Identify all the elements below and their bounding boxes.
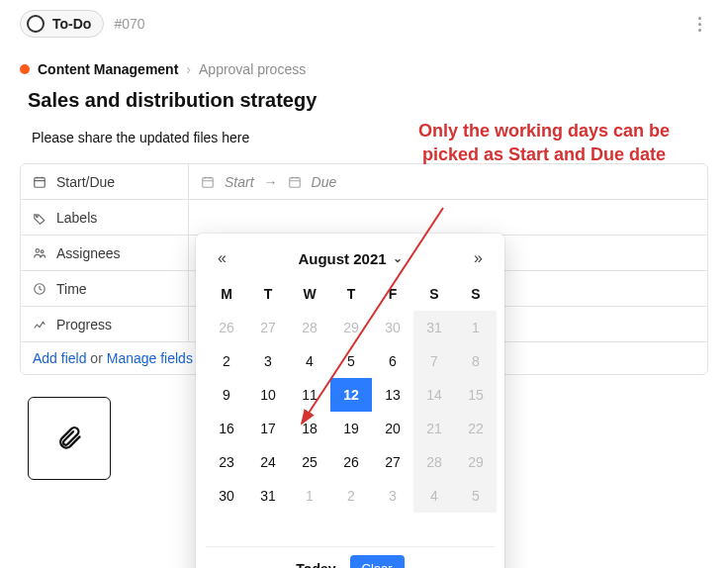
- svg-rect-0: [35, 177, 46, 187]
- day-cell-weekend: 1: [455, 311, 497, 344]
- day-cell[interactable]: 28: [289, 311, 330, 344]
- day-cell[interactable]: 10: [247, 378, 289, 412]
- day-cell[interactable]: 16: [206, 412, 247, 445]
- datepicker-month-select[interactable]: August 2021 ⌄: [298, 250, 402, 267]
- day-cell[interactable]: 29: [330, 311, 372, 344]
- calendar-icon: [288, 175, 302, 189]
- datepicker-grid: MTWTFSS 26272829303112345678910111213141…: [206, 277, 497, 513]
- day-cell-weekend: 21: [413, 412, 455, 445]
- day-cell-weekend: 28: [413, 445, 455, 479]
- day-cell[interactable]: 23: [206, 445, 247, 479]
- datepicker-next-button[interactable]: »: [468, 247, 489, 269]
- weekday-header: M: [206, 277, 247, 311]
- progress-icon: [33, 318, 46, 331]
- day-cell[interactable]: 2: [330, 479, 372, 513]
- field-label-labels: Labels: [56, 210, 97, 226]
- people-icon: [33, 246, 46, 260]
- datepicker-popup: « August 2021 ⌄ » MTWTFSS 26272829303112…: [196, 234, 504, 568]
- page-title[interactable]: Sales and distribution strategy: [0, 83, 728, 124]
- paperclip-icon: [55, 424, 83, 454]
- day-cell-weekend: 29: [455, 445, 497, 479]
- day-cell-weekend: 14: [413, 378, 455, 412]
- project-color-dot: [20, 64, 30, 74]
- day-cell[interactable]: 6: [372, 344, 413, 378]
- datepicker-today-button[interactable]: Today: [296, 561, 335, 569]
- svg-point-3: [37, 215, 39, 217]
- day-cell[interactable]: 31: [247, 479, 289, 513]
- day-cell[interactable]: 2: [206, 344, 247, 378]
- day-cell[interactable]: 30: [206, 479, 247, 513]
- day-cell[interactable]: 17: [247, 412, 289, 445]
- manage-fields-link[interactable]: Manage fields: [107, 350, 193, 366]
- annotation-weekday-highlight: [206, 513, 412, 542]
- day-cell[interactable]: 26: [206, 311, 247, 344]
- day-cell[interactable]: 3: [372, 479, 413, 513]
- clock-icon: [33, 282, 46, 296]
- status-label: To-Do: [52, 16, 91, 32]
- day-cell[interactable]: 24: [247, 445, 289, 479]
- breadcrumb: Content Management › Approval process: [0, 44, 728, 83]
- weekday-header: W: [289, 277, 330, 311]
- day-cell-weekend: 5: [455, 479, 497, 513]
- day-cell[interactable]: 19: [330, 412, 372, 445]
- labels-value[interactable]: [189, 200, 707, 235]
- day-cell[interactable]: 13: [372, 378, 413, 412]
- weekday-header: S: [413, 277, 455, 311]
- tag-icon: [33, 211, 46, 225]
- day-cell[interactable]: 11: [289, 378, 330, 412]
- field-label-start-due: Start/Due: [56, 174, 115, 190]
- breadcrumb-project[interactable]: Content Management: [38, 61, 178, 77]
- arrow-right-icon: →: [264, 174, 278, 190]
- day-cell-weekend: 7: [413, 344, 455, 378]
- more-menu-button[interactable]: [690, 13, 708, 36]
- day-cell[interactable]: 27: [247, 311, 289, 344]
- breadcrumb-state[interactable]: Approval process: [199, 61, 306, 77]
- day-cell[interactable]: 1: [289, 479, 330, 513]
- start-placeholder: Start: [225, 174, 254, 190]
- weekday-header: T: [330, 277, 372, 311]
- day-cell[interactable]: 12: [330, 378, 372, 412]
- or-text: or: [86, 350, 106, 366]
- weekday-header: S: [455, 277, 497, 311]
- field-label-time: Time: [56, 281, 87, 297]
- field-row-start-due: Start/Due Start → Due: [21, 164, 707, 200]
- datepicker-month-label: August 2021: [298, 250, 386, 267]
- calendar-icon: [201, 175, 215, 189]
- due-placeholder: Due: [312, 174, 337, 190]
- day-cell[interactable]: 5: [330, 344, 372, 378]
- day-cell[interactable]: 30: [372, 311, 413, 344]
- day-cell-weekend: 8: [455, 344, 497, 378]
- chevron-down-icon: ⌄: [393, 251, 403, 265]
- svg-point-4: [36, 248, 40, 252]
- weekday-header: F: [372, 277, 413, 311]
- svg-point-5: [41, 249, 44, 252]
- day-cell-weekend: 22: [455, 412, 497, 445]
- datepicker-prev-button[interactable]: «: [212, 247, 232, 269]
- weekday-header: T: [247, 277, 289, 311]
- day-cell[interactable]: 20: [372, 412, 413, 445]
- day-cell[interactable]: 27: [372, 445, 413, 479]
- start-due-value[interactable]: Start → Due: [189, 164, 707, 199]
- day-cell[interactable]: 9: [206, 378, 247, 412]
- field-row-labels: Labels: [21, 200, 707, 236]
- datepicker-clear-button[interactable]: Clear: [350, 555, 405, 568]
- annotation-text: Only the working days can be picked as S…: [396, 119, 692, 167]
- add-field-link[interactable]: Add field: [33, 350, 86, 366]
- day-cell[interactable]: 4: [289, 344, 330, 378]
- day-cell-weekend: 4: [413, 479, 455, 513]
- svg-rect-2: [289, 177, 300, 187]
- day-cell[interactable]: 3: [247, 344, 289, 378]
- field-label-assignees: Assignees: [56, 245, 121, 261]
- status-ring-icon: [27, 15, 45, 33]
- status-pill[interactable]: To-Do: [20, 10, 104, 38]
- day-cell[interactable]: 18: [289, 412, 330, 445]
- day-cell[interactable]: 25: [289, 445, 330, 479]
- day-cell-weekend: 15: [455, 378, 497, 412]
- chevron-right-icon: ›: [186, 61, 191, 77]
- attachment-add-button[interactable]: [28, 397, 111, 480]
- svg-rect-1: [203, 177, 214, 187]
- issue-number: #070: [114, 16, 144, 32]
- day-cell-weekend: 31: [413, 311, 455, 344]
- calendar-icon: [33, 175, 46, 189]
- day-cell[interactable]: 26: [330, 445, 372, 479]
